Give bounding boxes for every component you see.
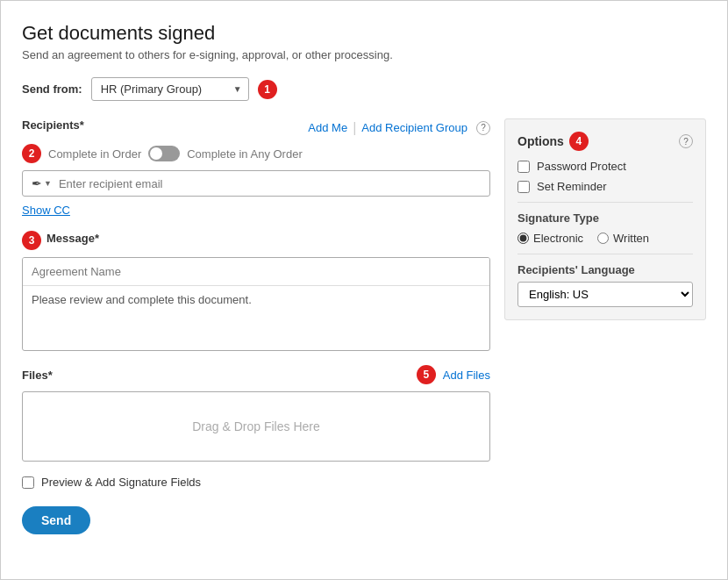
step-1-badge: 1 <box>258 80 277 99</box>
set-reminder-row: Set Reminder <box>517 180 693 193</box>
divider: | <box>353 120 356 136</box>
electronic-label: Electronic <box>533 232 583 245</box>
set-reminder-label: Set Reminder <box>537 180 606 193</box>
written-radio-label[interactable]: Written <box>597 232 649 245</box>
send-from-select-wrapper: HR (Primary Group) Personal Sales Team ▼ <box>91 77 249 101</box>
add-recipient-group-link[interactable]: Add Recipient Group <box>361 121 467 134</box>
pen-chevron-icon: ▼ <box>44 179 52 188</box>
recipients-left: Recipients* <box>22 118 84 137</box>
right-panel: Options 4 ? Password Protect Set Reminde… <box>504 118 706 534</box>
left-panel: Recipients* Add Me | Add Recipient Group… <box>22 118 490 534</box>
recipients-label: Recipients* <box>22 118 84 132</box>
options-help-icon[interactable]: ? <box>679 134 693 148</box>
message-label: Message* <box>46 232 99 245</box>
recipients-section: Recipients* Add Me | Add Recipient Group… <box>22 118 490 231</box>
options-box: Options 4 ? Password Protect Set Reminde… <box>504 118 706 320</box>
step-2-badge: 2 <box>22 144 41 163</box>
written-label: Written <box>613 232 649 245</box>
complete-order-row: 2 Complete in Order Complete in Any Orde… <box>22 144 490 163</box>
files-header-right: 5 Add Files <box>417 365 490 384</box>
send-from-label: Send from: <box>22 82 82 96</box>
preview-checkbox[interactable] <box>22 476 34 489</box>
main-layout: Recipients* Add Me | Add Recipient Group… <box>22 118 706 534</box>
password-protect-label: Password Protect <box>537 160 626 173</box>
recipients-language-label: Recipients' Language <box>517 263 693 276</box>
add-me-link[interactable]: Add Me <box>308 121 347 134</box>
set-reminder-checkbox[interactable] <box>517 181 530 193</box>
send-button[interactable]: Send <box>22 506 90 534</box>
password-protect-row: Password Protect <box>517 160 693 173</box>
options-header: Options 4 ? <box>517 132 693 151</box>
page-subtitle: Send an agreement to others for e-signin… <box>22 48 706 61</box>
recipients-help-icon[interactable]: ? <box>476 121 490 135</box>
complete-order-toggle[interactable] <box>148 146 180 161</box>
password-protect-checkbox[interactable] <box>517 161 530 173</box>
step-4-badge: 4 <box>569 132 589 151</box>
step-3-badge: 3 <box>22 231 41 250</box>
recipient-input-row: ✒ ▼ <box>22 170 490 197</box>
preview-label: Preview & Add Signature Fields <box>41 476 201 489</box>
options-divider-2 <box>517 254 693 254</box>
message-box: Please review and complete this document… <box>22 257 490 351</box>
send-from-row: Send from: HR (Primary Group) Personal S… <box>22 77 706 101</box>
language-select[interactable]: English: US French German Spanish Japane… <box>517 282 693 307</box>
drop-zone[interactable]: Drag & Drop Files Here <box>22 391 490 462</box>
electronic-radio[interactable] <box>517 233 529 244</box>
show-cc-link[interactable]: Show CC <box>22 204 70 217</box>
files-section: Files* 5 Add Files Drag & Drop Files Her… <box>22 365 490 462</box>
recipient-email-input[interactable] <box>59 177 481 190</box>
complete-any-order-label: Complete in Any Order <box>187 147 303 161</box>
recipients-right: Add Me | Add Recipient Group ? <box>308 120 490 136</box>
files-header: Files* 5 Add Files <box>22 365 490 384</box>
preview-row: Preview & Add Signature Fields <box>22 476 490 489</box>
message-section: 3 Message* Please review and complete th… <box>22 231 490 351</box>
options-divider-1 <box>517 202 693 203</box>
pen-icon: ✒ <box>32 176 42 190</box>
electronic-radio-label[interactable]: Electronic <box>517 232 583 245</box>
files-label: Files* <box>22 369 53 382</box>
page-container: Get documents signed Send an agreement t… <box>0 0 728 580</box>
complete-in-order-label: Complete in Order <box>48 147 141 161</box>
add-files-link[interactable]: Add Files <box>443 369 490 382</box>
page-title: Get documents signed <box>22 22 706 45</box>
message-textarea[interactable]: Please review and complete this document… <box>23 286 489 347</box>
signature-type-row: Electronic Written <box>517 232 693 245</box>
options-title: Options 4 <box>517 132 589 151</box>
send-from-select[interactable]: HR (Primary Group) Personal Sales Team <box>91 77 249 101</box>
message-section-header: 3 Message* <box>22 231 490 250</box>
signature-type-label: Signature Type <box>517 211 693 225</box>
written-radio[interactable] <box>597 233 609 244</box>
recipients-header: Recipients* Add Me | Add Recipient Group… <box>22 118 490 137</box>
agreement-name-input[interactable] <box>23 258 489 286</box>
step-5-badge: 5 <box>417 365 436 384</box>
drop-zone-text: Drag & Drop Files Here <box>192 419 320 433</box>
pen-icon-wrapper[interactable]: ✒ ▼ <box>32 176 52 190</box>
